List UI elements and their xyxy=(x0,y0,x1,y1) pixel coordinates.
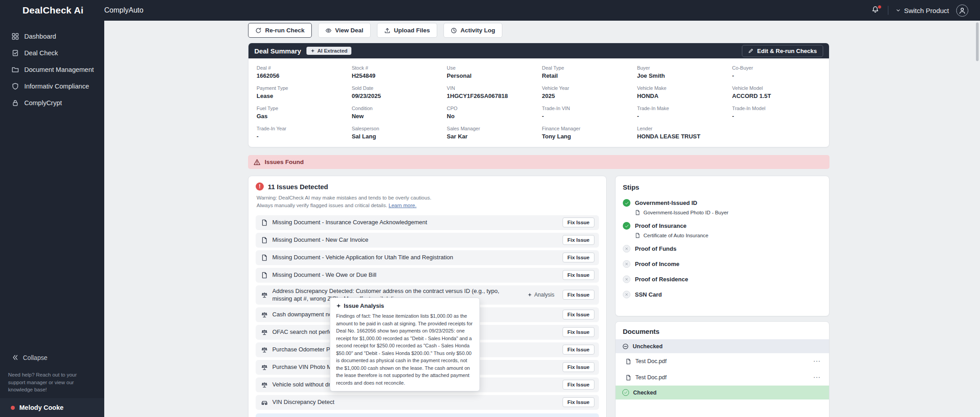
scales-icon xyxy=(261,329,268,336)
topbar: DealCheck Ai ComplyAuto Switch Product xyxy=(0,0,980,21)
warning-line-2: Always manually verify flagged issues an… xyxy=(257,203,387,208)
collapse-button[interactable]: Collapse xyxy=(0,350,104,366)
toolbar-button-label: Upload Files xyxy=(394,27,430,34)
view-deal-button[interactable]: View Deal xyxy=(318,23,371,38)
field-value: H254849 xyxy=(352,72,441,79)
chevron-down-icon xyxy=(896,8,901,13)
mitigated-bar[interactable]: 2 Issues Mitigated xyxy=(256,413,599,417)
document-file-row[interactable]: Test Doc.pdf... xyxy=(616,369,829,386)
ai-extracted-label: AI Extracted xyxy=(317,48,347,53)
dashboard-icon xyxy=(12,33,19,40)
sidebar-item-document-management[interactable]: Document Management xyxy=(0,61,104,78)
stip-label: Proof of Funds xyxy=(635,245,676,252)
summary-field: Vehicle ModelACCORD 1.5T xyxy=(732,85,821,99)
field-label: VIN xyxy=(447,85,536,91)
sidebar-nav: DashboardDeal CheckDocument ManagementIn… xyxy=(0,21,104,111)
check-circle-icon xyxy=(622,389,629,396)
issue-row: VIN Discrepancy DetectFix Issue xyxy=(256,395,599,410)
unchecked-group-header[interactable]: Unchecked xyxy=(616,339,829,353)
documents-title: Documents xyxy=(616,328,829,335)
deal-summary-grid: Deal #1662056Stock #H254849UsePersonalDe… xyxy=(248,58,829,147)
stip-document-link[interactable]: Government-Issued Photo ID - Buyer xyxy=(635,210,822,215)
stip-item: Proof of Income xyxy=(623,260,822,268)
field-label: Trade-In VIN xyxy=(542,106,631,111)
fix-issue-button[interactable]: Fix Issue xyxy=(563,290,594,300)
fix-issue-button[interactable]: Fix Issue xyxy=(563,327,594,337)
fix-issue-button[interactable]: Fix Issue xyxy=(563,380,594,390)
summary-field: Fuel TypeGas xyxy=(257,106,346,120)
stip-label: Government-Issued ID xyxy=(635,200,697,206)
field-value: Personal xyxy=(447,72,536,79)
warning-line-1: Warning: DealCheck AI may make mistakes … xyxy=(257,195,431,200)
re-run-check-button[interactable]: Re-run Check xyxy=(248,23,312,38)
field-label: Deal Type xyxy=(542,65,631,71)
scrollbar-thumb[interactable] xyxy=(976,22,979,61)
analysis-link[interactable]: Analysis xyxy=(528,292,554,298)
tooltip-header: Issue Analysis xyxy=(336,302,474,309)
document-icon xyxy=(625,359,631,364)
field-label: Co-Buyer xyxy=(732,65,821,71)
summary-field: Finance ManagerTony Lang xyxy=(542,126,631,140)
issues-warning-text: Warning: DealCheck AI may make mistakes … xyxy=(257,194,599,210)
field-label: Sold Date xyxy=(352,85,441,91)
sidebar-item-label: ComplyCrypt xyxy=(24,99,62,106)
sidebar-item-complycrypt[interactable]: ComplyCrypt xyxy=(0,94,104,111)
issue-row: Missing Document - Vehicle Application f… xyxy=(256,250,599,265)
summary-field: SalespersonSal Lang xyxy=(352,126,441,140)
user-menu[interactable]: Melody Cooke xyxy=(0,398,104,417)
fix-issue-button[interactable]: Fix Issue xyxy=(563,310,594,319)
file-name: Test Doc.pdf xyxy=(635,374,666,381)
upload-files-button[interactable]: Upload Files xyxy=(377,23,437,38)
stip-document-link[interactable]: Certificate of Auto Insurance xyxy=(635,233,822,238)
edit-rerun-checks-button[interactable]: Edit & Re-run Checks xyxy=(742,45,823,57)
fix-issue-button[interactable]: Fix Issue xyxy=(563,397,594,407)
toolbar-button-label: Activity Log xyxy=(461,27,495,34)
issues-found-label: Issues Found xyxy=(265,159,304,165)
issue-text: Purchase VIN Photo Mis xyxy=(272,363,336,371)
stip-item: SSN Card xyxy=(623,291,822,298)
summary-field: Payment TypeLease xyxy=(257,85,346,99)
summary-field: Trade-In Make- xyxy=(637,106,726,120)
scales-icon xyxy=(261,311,268,318)
document-icon xyxy=(625,375,631,381)
summary-field: BuyerJoe Smith xyxy=(637,65,726,79)
stip-label: Proof of Residence xyxy=(635,276,688,283)
fix-issue-button[interactable]: Fix Issue xyxy=(563,270,594,280)
sparkle-icon xyxy=(310,49,315,53)
sidebar-item-label: Deal Check xyxy=(24,49,58,57)
main-content: Re-run CheckView DealUpload FilesActivit… xyxy=(104,21,980,417)
toolbar-button-label: Re-run Check xyxy=(265,27,305,34)
fix-issue-button[interactable]: Fix Issue xyxy=(563,345,594,355)
fix-issue-button[interactable]: Fix Issue xyxy=(563,217,594,227)
document-file-row[interactable]: Test Doc.pdf... xyxy=(616,353,829,369)
issue-analysis-tooltip: Issue Analysis Findings of fact: The lea… xyxy=(330,297,480,391)
activity-log-button[interactable]: Activity Log xyxy=(443,23,502,38)
fix-issue-button[interactable]: Fix Issue xyxy=(563,362,594,372)
field-value: Lease xyxy=(257,93,346,99)
lock-icon xyxy=(12,99,19,106)
field-label: Trade-In Model xyxy=(732,106,821,111)
issue-row: Missing Document - We Owe or Due BillFix… xyxy=(256,268,599,283)
field-value: - xyxy=(257,133,346,140)
file-options-button[interactable]: ... xyxy=(814,357,821,363)
stip-document-name: Government-Issued Photo ID - Buyer xyxy=(643,210,728,215)
summary-field: Trade-In Year- xyxy=(257,126,346,140)
switch-product-button[interactable]: Switch Product xyxy=(896,7,949,14)
notifications-button[interactable] xyxy=(872,6,881,15)
learn-more-link[interactable]: Learn more. xyxy=(389,203,417,208)
sidebar-item-label: Informativ Compliance xyxy=(24,83,89,90)
sparkle-icon xyxy=(336,303,341,308)
summary-field: Sales ManagerSar Kar xyxy=(447,126,536,140)
user-avatar[interactable] xyxy=(956,4,968,17)
summary-field: Sold Date09/23/2025 xyxy=(352,85,441,99)
document-icon xyxy=(261,254,268,261)
user-name: Melody Cooke xyxy=(19,404,63,411)
fix-issue-button[interactable]: Fix Issue xyxy=(563,235,594,245)
sidebar-item-dashboard[interactable]: Dashboard xyxy=(0,28,104,44)
file-options-button[interactable]: ... xyxy=(814,373,821,379)
fix-issue-button[interactable]: Fix Issue xyxy=(563,253,594,262)
sidebar-item-informativ-compliance[interactable]: Informativ Compliance xyxy=(0,78,104,94)
checked-group-header[interactable]: Checked xyxy=(616,386,829,399)
sidebar-item-deal-check[interactable]: Deal Check xyxy=(0,44,104,61)
summary-field: Vehicle MakeHONDA xyxy=(637,85,726,99)
